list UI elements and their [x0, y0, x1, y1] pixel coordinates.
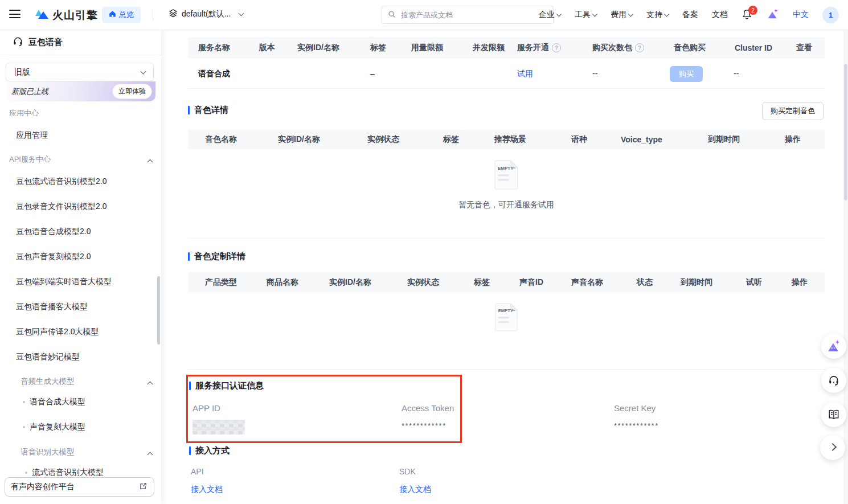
service-table-header: 服务名称 版本 实例ID/名称 标签 用量限额 并发限额 服务开通? 购买次数包… [188, 37, 825, 59]
collapse-icon[interactable] [148, 452, 153, 458]
secret-key-label: Secret Key [614, 403, 656, 413]
access-section-title: 接入方式 [189, 445, 230, 456]
buy-custom-voice-button[interactable]: 购买定制音色 [762, 102, 824, 120]
sidebar-item-api-0[interactable]: 豆包流式语音识别模型2.0 [16, 177, 106, 187]
notification-badge: 2 [748, 6, 757, 15]
title-bar [189, 446, 191, 455]
cell-service-name: 语音合成 [198, 69, 230, 79]
title-bar [189, 382, 191, 390]
overview-label: 总览 [119, 10, 134, 20]
audio-creation-platform-link[interactable]: 有声内容创作平台 [5, 477, 154, 497]
ai-mountain-icon [828, 343, 838, 351]
voice-table-empty-body: EMPTY 暂无音色，可开通服务试用 [188, 149, 825, 239]
col-cluster-id: Cluster ID [735, 37, 772, 59]
ai-assistant-icon[interactable] [767, 8, 779, 22]
page-scrollbar-thumb[interactable] [844, 64, 847, 200]
overview-button[interactable]: 总览 [102, 7, 141, 23]
col-instance-status: 实例状态 [367, 130, 399, 149]
user-avatar[interactable]: 1 [822, 7, 839, 23]
chevron-right-icon [829, 442, 837, 450]
bullet-dot [23, 401, 25, 403]
language-switch[interactable]: 中文 [793, 10, 809, 20]
ai-assistant-float-button[interactable] [821, 334, 846, 359]
bottom-link-label: 有声内容创作平台 [11, 482, 75, 492]
search-input[interactable] [400, 10, 547, 20]
sidebar-item-voice-clone-large[interactable]: 声音复刻大模型 [30, 422, 85, 432]
empty-state: EMPTY [188, 302, 825, 334]
section-api-center: API服务中心 [9, 154, 51, 165]
col-instance-status: 实例状态 [407, 272, 439, 292]
collapse-icon[interactable] [148, 382, 153, 387]
home-icon [109, 10, 116, 19]
sidebar-item-api-2[interactable]: 豆包语音合成模型2.0 [16, 227, 91, 237]
sidebar-item-stream-asr-large[interactable]: 流式语音识别大模型 [32, 468, 104, 478]
svg-text:EMPTY: EMPTY [498, 166, 514, 171]
col-instance-id: 实例ID/名称 [278, 130, 320, 149]
sidebar-item-tts-large[interactable]: 语音合成大模型 [30, 397, 85, 407]
hamburger-menu-icon[interactable] [9, 10, 21, 19]
col-service-name: 服务名称 [198, 37, 230, 59]
sidebar-item-api-3[interactable]: 豆包声音复刻模型2.0 [16, 252, 91, 262]
empty-text: 暂无音色，可开通服务试用 [188, 200, 825, 210]
sidebar-item-api-5[interactable]: 豆包语音播客大模型 [16, 302, 88, 312]
col-version: 版本 [259, 37, 275, 59]
sidebar-item-api-4[interactable]: 豆包端到端实时语音大模型 [16, 277, 112, 287]
nav-icp[interactable]: 备案 [682, 10, 698, 20]
sidebar-item-app-manage[interactable]: 应用管理 [16, 130, 48, 141]
svg-text:EMPTY: EMPTY [498, 308, 513, 313]
nav-support[interactable]: 支持 [646, 10, 669, 20]
global-search[interactable] [382, 6, 554, 24]
voice-custom-title: 音色定制详情 [188, 251, 245, 262]
project-selector[interactable]: default(默认... [169, 9, 243, 19]
support-float-button[interactable] [821, 368, 846, 393]
collapse-icon[interactable] [148, 159, 153, 165]
custom-table-header: 产品类型 商品名称 实例ID/名称 实例状态 标签 声音ID 声音名称 状态 到… [188, 272, 825, 292]
nav-enterprise[interactable]: 企业 [539, 10, 561, 20]
col-audition: 试听 [746, 272, 762, 292]
col-status: 状态 [637, 272, 653, 292]
col-tag: 标签 [443, 130, 459, 149]
chevron-down-icon [628, 11, 634, 17]
headset-icon [13, 36, 23, 48]
chevron-down-icon [556, 11, 562, 17]
cell-package: -- [592, 69, 597, 78]
version-selector[interactable]: 旧版 [6, 63, 154, 81]
custom-table-empty-body: EMPTY [188, 292, 825, 370]
app-id-masked-value [192, 420, 245, 435]
help-icon[interactable]: ? [552, 43, 561, 52]
group-audio-gen[interactable]: 音频生成大模型 [21, 376, 75, 387]
col-recommend-scene: 推荐场景 [494, 130, 526, 149]
api-doc-link[interactable]: 接入文档 [191, 485, 223, 495]
sidebar-item-api-1[interactable]: 豆包录音文件识别模型2.0 [16, 202, 106, 212]
nav-tools[interactable]: 工具 [575, 10, 597, 20]
notification-bell-icon[interactable]: 2 [742, 9, 753, 21]
try-now-button[interactable]: 立即体验 [112, 84, 152, 99]
cell-cluster-id: -- [734, 69, 739, 78]
app-root: 火山引擎 总览 default(默认... [0, 0, 848, 504]
chevron-down-icon [141, 68, 146, 74]
group-asr[interactable]: 语音识别大模型 [21, 447, 75, 457]
sidebar-item-api-6[interactable]: 豆包同声传译2.0大模型 [16, 327, 99, 337]
help-icon[interactable]: ? [635, 43, 644, 52]
sidebar-header: 豆包语音 [0, 30, 161, 55]
service-table: 服务名称 版本 实例ID/名称 标签 用量限额 并发限额 服务开通? 购买次数包… [188, 37, 825, 89]
chevron-down-icon [239, 10, 244, 16]
title-bar [188, 106, 190, 114]
nav-billing[interactable]: 费用 [611, 10, 633, 20]
nav-docs[interactable]: 文档 [712, 10, 728, 20]
open-book-icon [827, 408, 840, 421]
col-concurrency-quota: 并发限额 [473, 37, 505, 59]
access-token-value: ************ [402, 421, 446, 430]
brand-logo[interactable]: 火山引擎 [34, 7, 98, 23]
sidebar-scrollbar[interactable] [157, 276, 160, 345]
collapse-panel-button[interactable] [820, 435, 845, 460]
trial-link[interactable]: 试用 [517, 69, 533, 79]
chevron-down-icon [592, 11, 598, 17]
section-app-center: 应用中心 [9, 108, 39, 118]
app-id-label: APP ID [192, 403, 220, 413]
sdk-doc-link[interactable]: 接入文档 [399, 485, 431, 495]
voice-custom-table: 产品类型 商品名称 实例ID/名称 实例状态 标签 声音ID 声音名称 状态 到… [188, 272, 825, 370]
sidebar-item-api-7[interactable]: 豆包语音妙记模型 [16, 352, 80, 362]
buy-button[interactable]: 购买 [670, 66, 703, 82]
docs-float-button[interactable] [821, 402, 846, 427]
